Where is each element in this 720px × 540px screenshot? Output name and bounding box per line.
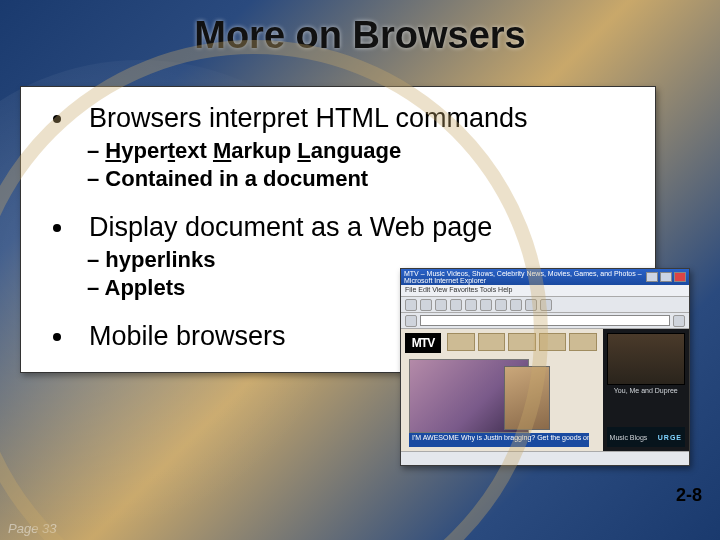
page-content: MTV I'M AWESOME Why is Justin bragging? … (401, 329, 689, 451)
bullet-1: Browsers interpret HTML commands (53, 103, 641, 134)
address-field (420, 315, 670, 326)
home-icon (465, 299, 477, 311)
browser-statusbar (401, 451, 689, 465)
underline-H: H (105, 138, 121, 163)
spacer (43, 194, 641, 208)
promo-image (607, 333, 685, 385)
favorites-icon (495, 299, 507, 311)
address-label-icon (405, 315, 417, 327)
history-icon (510, 299, 522, 311)
promo-title: You, Me and Dupree (607, 387, 685, 394)
underline-L: L (297, 138, 310, 163)
browser-menubar: File Edit View Favorites Tools Help (401, 285, 689, 297)
search-icon (480, 299, 492, 311)
page-main-column: MTV I'M AWESOME Why is Justin bragging? … (401, 329, 603, 451)
sidebar-label: Music Blogs (610, 434, 648, 441)
slide-title: More on Browsers (0, 14, 720, 57)
hero-caption: I'M AWESOME Why is Justin bragging? Get … (409, 433, 589, 447)
urge-bar: Music Blogs URGE (607, 427, 685, 447)
maximize-icon (660, 272, 672, 282)
back-icon (405, 299, 417, 311)
bullet-list: Browsers interpret HTML commands (47, 103, 641, 134)
bullet-list: Display document as a Web page (47, 212, 641, 243)
bullet-2: Display document as a Web page (53, 212, 641, 243)
mtv-nav-tabs (447, 333, 597, 351)
forward-icon (420, 299, 432, 311)
window-buttons (646, 272, 686, 282)
page-label: Page 33 (8, 521, 56, 536)
stop-icon (435, 299, 447, 311)
mail-icon (525, 299, 537, 311)
print-icon (540, 299, 552, 311)
go-icon (673, 315, 685, 327)
underline-M: M (213, 138, 231, 163)
embedded-browser-screenshot: MTV – Music Videos, Shows, Celebrity New… (400, 268, 690, 466)
page-sidebar: You, Me and Dupree Music Blogs URGE (603, 329, 689, 451)
nav-tab (478, 333, 506, 351)
bullet-1-sub-1: Hypertext Markup Language (87, 138, 641, 164)
slide: More on Browsers Browsers interpret HTML… (0, 0, 720, 540)
underline-t: t (168, 138, 175, 163)
close-icon (674, 272, 686, 282)
hero-image (409, 359, 529, 433)
window-titlebar: MTV – Music Videos, Shows, Celebrity New… (401, 269, 689, 285)
mtv-logo: MTV (405, 333, 441, 353)
slide-number: 2-8 (676, 485, 702, 506)
txt: ext (175, 138, 213, 163)
refresh-icon (450, 299, 462, 311)
bullet-1-sub-2: Contained in a document (87, 166, 641, 192)
window-title-text: MTV – Music Videos, Shows, Celebrity New… (404, 270, 646, 284)
nav-tab (447, 333, 475, 351)
nav-tab (539, 333, 567, 351)
browser-toolbar (401, 297, 689, 313)
txt: anguage (311, 138, 401, 163)
urge-logo: URGE (658, 434, 682, 441)
minimize-icon (646, 272, 658, 282)
txt: yper (121, 138, 167, 163)
txt: arkup (231, 138, 297, 163)
nav-tab (569, 333, 597, 351)
address-bar-row (401, 313, 689, 329)
nav-tab (508, 333, 536, 351)
